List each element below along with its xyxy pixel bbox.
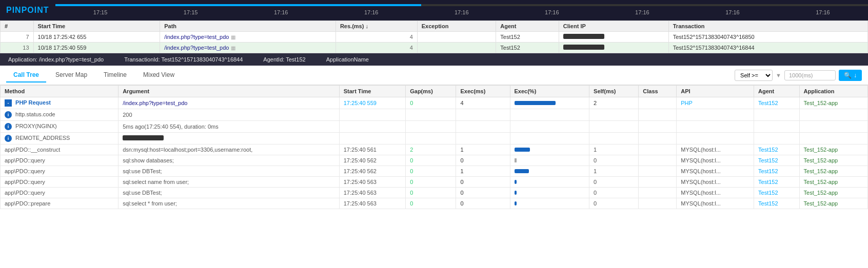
transaction-row[interactable]: 7 10/18 17:25:42 655 /index.php?type=tes… [1, 32, 868, 43]
gap-cell: 0 [406, 155, 456, 166]
timeline-bar-fill [55, 4, 421, 6]
exec-cell: 4 [456, 97, 510, 109]
exec-bar-cell [510, 133, 589, 145]
call-tree-row[interactable]: app\PDO::querysql:use DBTest;17:25:40 56… [1, 188, 868, 198]
call-tree-table: Method Argument Start Time Gap(ms) Exec(… [0, 85, 868, 209]
col-start-time: Start Time [33, 21, 160, 32]
call-tree-row[interactable]: app\PDO::querysql:select name from user;… [1, 177, 868, 188]
start-time-cell: 17:25:40 562 [339, 166, 405, 177]
start-time-cell: 17:25:40 562 [339, 155, 405, 166]
call-tree-row[interactable]: app\PDO::querysql:use DBTest;17:25:40 56… [1, 166, 868, 177]
threshold-input[interactable] [784, 70, 836, 80]
cell-agent: Test152 [496, 43, 559, 53]
method-cell: app\PDO::query [1, 155, 119, 166]
gap-cell: 2 [406, 145, 456, 155]
class-cell [639, 133, 677, 145]
exec-bar-cell [510, 198, 589, 209]
call-tree-row[interactable]: app\PDO::__constructdsn:mysql:host=local… [1, 145, 868, 155]
timeline-label-7: 17:16 [635, 9, 649, 15]
class-cell [639, 177, 677, 188]
self-cell: 0 [589, 188, 639, 198]
search-icon: 🔍 [844, 72, 852, 79]
timeline-label-1: 17:15 [93, 9, 108, 15]
call-tree-row[interactable]: app\PDO::preparesql:select * from user;1… [1, 198, 868, 209]
gap-cell [406, 109, 456, 121]
start-time-cell: 17:25:40 559 [339, 97, 405, 109]
transaction-row[interactable]: 13 10/18 17:25:40 559 /index.php?type=te… [1, 43, 868, 53]
class-cell [639, 121, 677, 133]
cell-num: 7 [1, 32, 34, 43]
tab-timeline[interactable]: Timeline [96, 68, 134, 83]
agent-cell: Test152 [754, 166, 800, 177]
class-cell [639, 145, 677, 155]
cell-path[interactable]: /index.php?type=test_pdo ▦ [160, 32, 336, 43]
gap-cell: 0 [406, 97, 456, 109]
col-argument: Argument [119, 86, 340, 97]
api-cell: PHP [677, 97, 754, 109]
exec-bar-cell [510, 166, 589, 177]
app-cell: Test_152-app [799, 198, 867, 209]
argument-cell: /index.php?type=test_pdo [119, 97, 340, 109]
argument-cell: 5ms ago(17:25:40 554), duration: 0ms [119, 121, 340, 133]
transaction-table: # Start Time Path Res.(ms) ↓ Exception A… [0, 20, 868, 53]
self-cell: 0 [589, 177, 639, 188]
col-exception: Exception [417, 21, 496, 32]
filter-group: Self >= Total >= ▼ 🔍 ↓ [735, 70, 862, 81]
info-app-name: ApplicationName [326, 56, 369, 63]
start-time-cell: 17:25:40 561 [339, 145, 405, 155]
argument-cell: sql:show databases; [119, 155, 340, 166]
app-cell: Test_152-app [799, 166, 867, 177]
col-self: Self(ms) [589, 86, 639, 97]
start-time-cell: 17:25:40 563 [339, 188, 405, 198]
argument-cell: 200 [119, 109, 340, 121]
start-time-cell [339, 133, 405, 145]
tab-mixed-view[interactable]: Mixed View [136, 68, 182, 83]
cell-res: 4 [336, 32, 417, 43]
exec-cell [456, 109, 510, 121]
col-application: Application [799, 86, 867, 97]
exec-bar-cell [510, 97, 589, 109]
search-button[interactable]: 🔍 ↓ [839, 70, 862, 81]
app-cell [799, 109, 867, 121]
self-filter-select[interactable]: Self >= Total >= [735, 70, 773, 81]
col-agent: Agent [754, 86, 800, 97]
app-logo: PINPOINT [0, 6, 55, 15]
call-tree-row: i PROXY(NGINX) 5ms ago(17:25:40 554), du… [1, 121, 868, 133]
api-cell [677, 133, 754, 145]
class-cell [639, 198, 677, 209]
gap-cell [406, 133, 456, 145]
call-tree-row[interactable]: app\PDO::querysql:show databases;17:25:4… [1, 155, 868, 166]
cell-transaction: Test152^1571383040743^16844 [668, 43, 867, 53]
argument-masked [123, 135, 164, 140]
col-res: Res.(ms) ↓ [336, 21, 417, 32]
agent-cell: Test152 [754, 177, 800, 188]
expand-icon[interactable]: - [5, 99, 12, 107]
self-cell: 0 [589, 198, 639, 209]
agent-cell: Test152 [754, 145, 800, 155]
argument-cell: sql:select name from user; [119, 177, 340, 188]
app-cell: Test_152-app [799, 155, 867, 166]
api-cell: MYSQL(host:l... [677, 198, 754, 209]
tab-server-map[interactable]: Server Map [48, 68, 94, 83]
agent-cell: Test152 [754, 198, 800, 209]
col-exec: Exec(ms) [456, 86, 510, 97]
method-cell: i PROXY(NGINX) [1, 121, 119, 133]
cell-agent: Test152 [496, 32, 559, 43]
exec-bar-cell [510, 109, 589, 121]
agent-cell: Test152 [754, 97, 800, 109]
tab-call-tree[interactable]: Call Tree [6, 68, 46, 83]
info-transaction-id: TransactionId: Test152^1571383040743^168… [124, 56, 243, 63]
col-exec-pct: Exec(%) [510, 86, 589, 97]
self-cell: 1 [589, 145, 639, 155]
api-cell [677, 109, 754, 121]
col-num: # [1, 21, 34, 32]
col-api: API [677, 86, 754, 97]
info-application: Application: /index.php?type=test_pdo [8, 56, 104, 63]
cell-exception [417, 32, 496, 43]
timeline-label-9: 17:16 [816, 9, 830, 15]
timeline-header: PINPOINT 17:15 17:15 17:16 17:16 17:16 1… [0, 0, 868, 20]
cell-path[interactable]: /index.php?type=test_pdo ▦ [160, 43, 336, 53]
exec-cell: 0 [456, 198, 510, 209]
self-cell [589, 121, 639, 133]
app-cell: Test_152-app [799, 145, 867, 155]
